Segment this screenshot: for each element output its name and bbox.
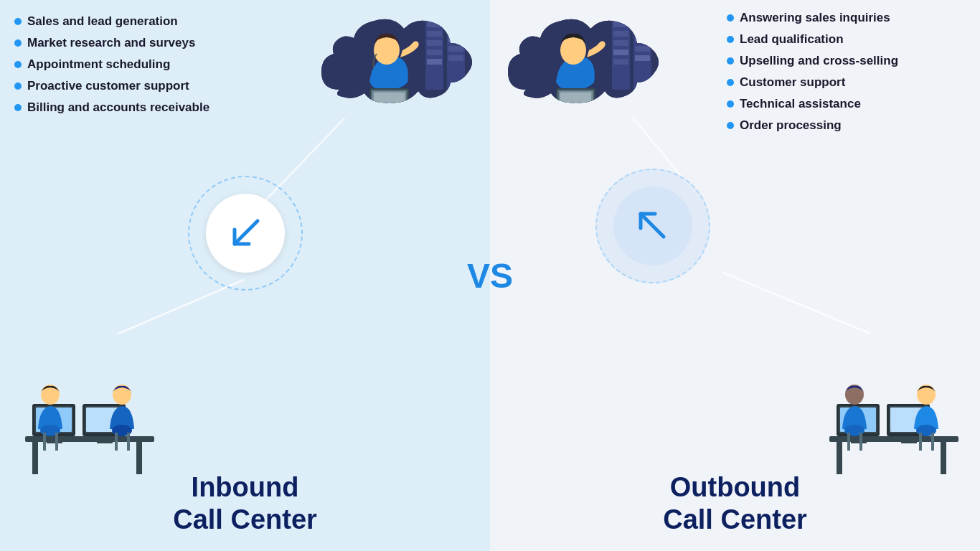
svg-rect-11	[448, 37, 463, 42]
outbound-feature-5: Technical assistance	[727, 97, 973, 111]
svg-rect-58	[635, 55, 650, 61]
svg-rect-81	[901, 441, 917, 443]
svg-rect-43	[115, 433, 118, 451]
svg-rect-10	[448, 27, 463, 33]
outbound-arrow-icon	[628, 201, 678, 251]
bullet-icon	[14, 39, 22, 47]
svg-rect-55	[635, 27, 650, 33]
svg-rect-47	[613, 22, 628, 27]
svg-line-68	[641, 214, 664, 237]
svg-rect-39	[43, 433, 46, 451]
svg-rect-89	[931, 433, 934, 451]
inbound-feature-list: Sales and lead generation Market researc…	[14, 14, 209, 122]
svg-rect-44	[127, 433, 130, 451]
svg-point-61	[560, 36, 586, 65]
svg-rect-14	[448, 65, 463, 70]
bullet-icon	[727, 100, 734, 108]
svg-rect-25	[32, 442, 38, 474]
svg-point-16	[374, 36, 400, 65]
svg-point-41	[113, 385, 131, 405]
outbound-panel: Answering sales inquiries Lead qualifica…	[490, 0, 980, 551]
cloud-svg-right	[504, 4, 662, 122]
svg-rect-56	[635, 37, 650, 42]
desk-svg-left	[11, 364, 165, 483]
bullet-icon	[14, 18, 22, 25]
svg-line-22	[118, 280, 244, 334]
svg-rect-3	[427, 31, 442, 37]
inbound-arrow-circle	[206, 194, 285, 273]
svg-rect-71	[941, 442, 946, 474]
svg-rect-20	[374, 93, 405, 108]
cloud-person-illustration	[318, 4, 476, 122]
svg-rect-4	[427, 40, 442, 46]
svg-point-86	[917, 385, 936, 405]
vs-label: VS	[467, 256, 513, 296]
bullet-icon	[727, 36, 734, 43]
svg-rect-31	[47, 441, 62, 443]
outbound-feature-1: Answering sales inquiries	[727, 11, 973, 25]
inbound-arrow-icon	[220, 208, 270, 258]
svg-rect-65	[560, 93, 591, 108]
svg-point-82	[845, 385, 864, 405]
outbound-feature-6: Order processing	[727, 118, 973, 133]
outbound-feature-2: Lead qualification	[727, 32, 973, 47]
bullet-icon	[727, 14, 734, 22]
bullet-icon	[14, 61, 22, 68]
svg-rect-8	[447, 14, 465, 90]
svg-rect-9	[448, 18, 463, 24]
outbound-feature-list: Answering sales inquiries Lead qualifica…	[727, 11, 973, 140]
inbound-agent-illustration	[11, 364, 165, 483]
bullet-icon	[14, 83, 22, 90]
svg-rect-54	[635, 18, 650, 24]
svg-rect-57	[635, 46, 650, 52]
svg-line-67	[723, 273, 870, 334]
svg-rect-76	[851, 441, 867, 443]
svg-rect-49	[613, 40, 628, 46]
outbound-arrow-circle	[613, 187, 692, 265]
svg-rect-80	[906, 436, 912, 442]
svg-rect-13	[448, 55, 463, 61]
inbound-title: Inbound Call Center	[173, 471, 317, 537]
outbound-cloud	[504, 4, 662, 122]
inbound-feature-4: Proactive customer support	[14, 79, 209, 93]
inbound-feature-3: Appointment scheduling	[14, 57, 209, 72]
svg-rect-7	[427, 68, 442, 74]
svg-line-23	[235, 221, 258, 244]
cloud-svg	[318, 4, 476, 122]
svg-rect-59	[635, 65, 650, 70]
inbound-panel: Sales and lead generation Market researc…	[0, 0, 490, 551]
svg-rect-50	[613, 50, 628, 55]
outbound-feature-3: Upselling and cross-selling	[727, 54, 973, 68]
svg-rect-12	[448, 46, 463, 52]
svg-rect-85	[859, 433, 862, 451]
inbound-feature-5: Billing and accounts receivable	[14, 100, 209, 115]
svg-rect-2	[427, 22, 442, 27]
outbound-feature-4: Customer support	[727, 75, 973, 90]
svg-rect-6	[427, 59, 442, 65]
outbound-agent-illustration	[815, 364, 969, 483]
svg-rect-5	[427, 50, 442, 55]
inbound-cloud	[318, 4, 476, 122]
svg-rect-51	[613, 59, 628, 65]
svg-rect-84	[847, 433, 850, 451]
svg-rect-26	[136, 442, 142, 474]
svg-point-37	[41, 385, 60, 405]
bullet-icon	[14, 104, 22, 111]
outbound-title: Outbound Call Center	[663, 471, 807, 537]
bullet-icon	[727, 122, 734, 129]
svg-rect-48	[613, 31, 628, 37]
svg-rect-88	[919, 433, 922, 451]
svg-rect-35	[102, 436, 108, 442]
bullet-icon	[727, 79, 734, 86]
svg-rect-52	[613, 68, 628, 74]
svg-rect-36	[97, 441, 113, 443]
bullet-icon	[727, 57, 734, 65]
svg-rect-40	[55, 433, 58, 451]
svg-rect-53	[633, 14, 651, 90]
svg-rect-70	[837, 442, 842, 474]
inbound-feature-2: Market research and surveys	[14, 36, 209, 50]
desk-svg-right	[815, 364, 969, 483]
inbound-feature-1: Sales and lead generation	[14, 14, 209, 29]
